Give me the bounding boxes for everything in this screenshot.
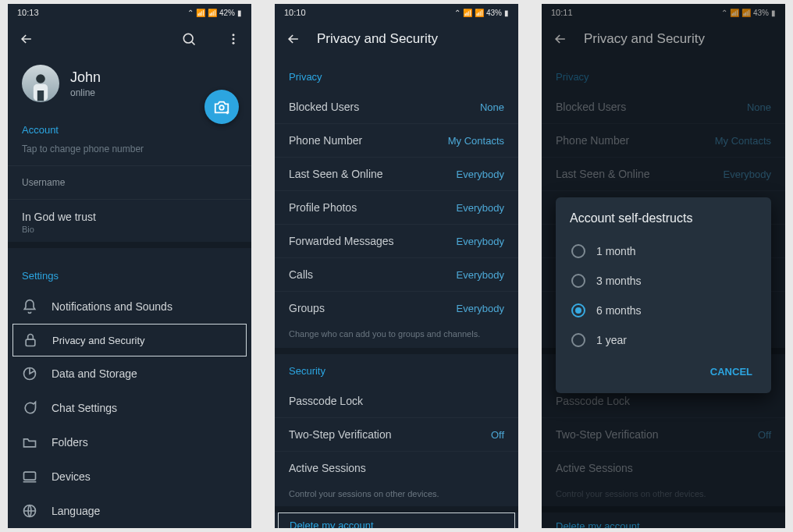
privacy-label: Groups xyxy=(289,302,325,314)
status-icons: ⌃📶📶 43%▮ xyxy=(454,9,509,17)
svg-point-3 xyxy=(233,42,235,44)
security-row[interactable]: Active Sessions xyxy=(275,451,518,484)
self-destruct-option[interactable]: 3 months xyxy=(570,266,757,296)
security-value: Off xyxy=(491,429,504,441)
privacy-value: Everybody xyxy=(457,168,504,180)
bell-icon xyxy=(22,299,37,314)
bio-label: Bio xyxy=(8,225,251,242)
delete-account-section[interactable]: Delete my account If away for 6 months xyxy=(278,512,515,528)
privacy-value: Everybody xyxy=(457,202,504,214)
privacy-value: My Contacts xyxy=(448,135,504,147)
security-row[interactable]: Two-Step VerificationOff xyxy=(275,417,518,451)
settings-devices[interactable]: Devices xyxy=(8,459,251,494)
radio-icon xyxy=(571,274,585,288)
status-time: 10:13 xyxy=(17,8,39,17)
radio-label: 1 month xyxy=(596,245,636,257)
privacy-row[interactable]: Last Seen & OnlineEverybody xyxy=(275,157,518,190)
radio-label: 1 year xyxy=(596,334,627,346)
radio-icon xyxy=(571,244,585,258)
status-time: 10:10 xyxy=(284,8,306,17)
lock-icon xyxy=(23,332,38,348)
privacy-header: Privacy xyxy=(275,57,518,90)
privacy-row[interactable]: CallsEverybody xyxy=(275,257,518,291)
privacy-value: Everybody xyxy=(457,236,504,247)
self-destruct-option[interactable]: 1 month xyxy=(570,236,757,266)
privacy-footer: Change who can add you to groups and cha… xyxy=(275,325,518,348)
phone-number-hint[interactable]: Tap to change phone number xyxy=(8,144,251,165)
svg-point-7 xyxy=(219,105,224,110)
settings-folders[interactable]: Folders xyxy=(8,425,251,459)
privacy-label: Last Seen & Online xyxy=(289,168,383,180)
status-bar: 10:10 ⌃📶📶 43%▮ xyxy=(275,4,518,21)
svg-point-4 xyxy=(36,74,45,83)
pie-icon xyxy=(22,366,37,381)
security-row[interactable]: Passcode Lock xyxy=(275,385,518,417)
devices-icon xyxy=(22,469,37,484)
security-label: Two-Step Verification xyxy=(289,428,392,441)
security-header: Security xyxy=(275,354,518,385)
cancel-button[interactable]: CANCEL xyxy=(706,360,757,384)
security-footer: Control your sessions on other devices. xyxy=(275,484,518,506)
privacy-label: Phone Number xyxy=(289,134,362,147)
svg-point-0 xyxy=(183,34,193,43)
avatar[interactable] xyxy=(22,65,59,102)
svg-point-1 xyxy=(233,34,235,36)
profile-header: John online xyxy=(8,57,251,102)
dialog-title: Account self-destructs xyxy=(570,211,757,225)
security-label: Active Sessions xyxy=(289,462,366,474)
privacy-row[interactable]: Blocked UsersNone xyxy=(275,90,518,123)
privacy-value: Everybody xyxy=(457,269,504,281)
folder-icon xyxy=(22,434,37,450)
page-title: Privacy and Security xyxy=(317,31,507,47)
privacy-row[interactable]: Forwarded MessagesEverybody xyxy=(275,224,518,257)
self-destruct-dialog: Account self-destructs 1 month3 months6 … xyxy=(556,197,771,393)
search-icon[interactable] xyxy=(181,31,197,47)
radio-label: 6 months xyxy=(596,304,642,317)
privacy-label: Profile Photos xyxy=(289,201,357,214)
settings-header: Settings xyxy=(8,248,251,289)
app-bar xyxy=(8,21,251,57)
settings-chat[interactable]: Chat Settings xyxy=(8,391,251,425)
radio-icon xyxy=(571,303,585,317)
profile-name: John xyxy=(70,69,101,86)
svg-point-2 xyxy=(233,38,235,41)
screen-privacy-security: 10:10 ⌃📶📶 43%▮ Privacy and Security Priv… xyxy=(275,4,518,528)
svg-rect-6 xyxy=(37,90,44,101)
svg-rect-8 xyxy=(26,339,35,346)
chat-icon xyxy=(22,400,37,416)
privacy-row[interactable]: Profile PhotosEverybody xyxy=(275,190,518,224)
change-photo-button[interactable] xyxy=(204,90,239,124)
privacy-row[interactable]: GroupsEverybody xyxy=(275,291,518,325)
self-destruct-option[interactable]: 1 year xyxy=(570,325,757,355)
delete-account-header: Delete my account xyxy=(290,520,503,528)
privacy-value: Everybody xyxy=(457,303,504,314)
privacy-row[interactable]: Phone NumberMy Contacts xyxy=(275,123,518,157)
screen-settings-profile: 10:13 ⌃📶📶 42%▮ John online Account Tap t… xyxy=(8,4,251,528)
app-bar: Privacy and Security xyxy=(275,21,518,57)
back-icon[interactable] xyxy=(286,31,301,47)
settings-language[interactable]: Language xyxy=(8,494,251,528)
privacy-label: Calls xyxy=(289,268,313,281)
bio-value[interactable]: In God we trust xyxy=(8,200,251,225)
radio-label: 3 months xyxy=(596,275,642,287)
status-bar: 10:13 ⌃📶📶 42%▮ xyxy=(8,4,251,21)
privacy-value: None xyxy=(480,101,504,113)
profile-status: online xyxy=(70,87,101,98)
radio-icon xyxy=(571,333,585,347)
svg-rect-10 xyxy=(24,472,36,480)
self-destruct-option[interactable]: 6 months xyxy=(570,296,757,325)
settings-data-storage[interactable]: Data and Storage xyxy=(8,356,251,391)
settings-notifications[interactable]: Notifications and Sounds xyxy=(8,289,251,324)
globe-icon xyxy=(22,503,37,519)
status-icons: ⌃📶📶 42%▮ xyxy=(187,9,242,17)
more-icon[interactable] xyxy=(226,32,240,46)
security-label: Passcode Lock xyxy=(289,395,363,407)
settings-privacy-security[interactable]: Privacy and Security xyxy=(12,324,247,356)
privacy-label: Forwarded Messages xyxy=(289,235,394,247)
screen-self-destruct-dialog: 10:11 ⌃📶📶 43%▮ Privacy and Security Priv… xyxy=(542,4,785,528)
privacy-label: Blocked Users xyxy=(289,101,359,113)
back-icon[interactable] xyxy=(19,31,34,47)
username-label[interactable]: Username xyxy=(8,166,251,191)
